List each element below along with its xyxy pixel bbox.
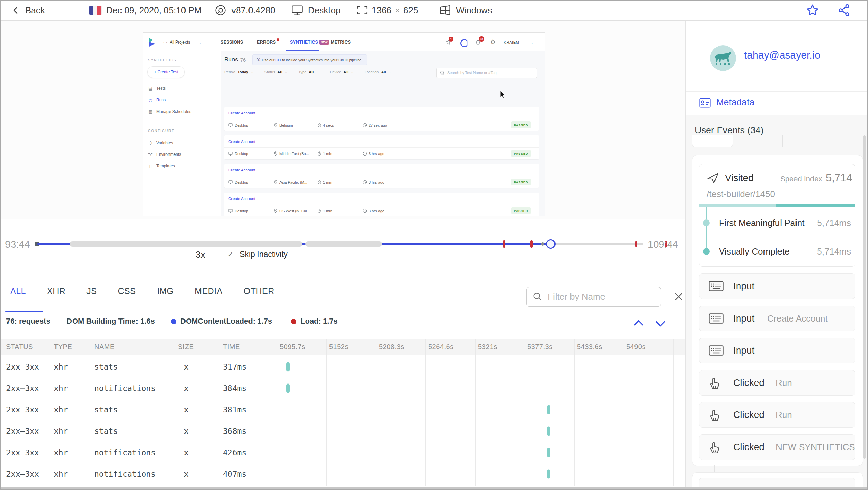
event-marker[interactable] — [503, 240, 505, 248]
event-detail: Run — [776, 410, 792, 420]
run-status-badge: PASSED — [511, 150, 531, 157]
network-tab[interactable]: JS — [86, 286, 97, 296]
location-pin-icon — [274, 151, 278, 156]
user-event-item[interactable]: Input Create Account — [699, 306, 855, 331]
run-location: Asia Pacific (M... — [274, 176, 307, 188]
navigation-icon — [707, 172, 719, 184]
request-time: 407ms — [223, 470, 246, 478]
network-tab[interactable]: MEDIA — [195, 286, 223, 296]
share-button[interactable] — [837, 0, 851, 20]
jump-up-button[interactable] — [632, 318, 645, 328]
run-status-badge: PASSED — [511, 207, 531, 214]
user-event-item[interactable]: Clicked Run — [699, 402, 855, 428]
request-size: x — [184, 470, 189, 478]
stopwatch-icon — [317, 151, 321, 156]
request-row[interactable]: 2xx–3xx xhr stats x 368ms — [0, 420, 685, 442]
replay-app-header: ▭ All Projects ⌄ SESSIONS ERRORS SYNTHET… — [143, 33, 545, 52]
request-row[interactable]: 2xx–3xx xhr notifications x 426ms — [0, 442, 685, 463]
chevron-down-icon: ⌄ — [251, 70, 253, 74]
skip-inactivity-toggle[interactable]: ✓ Skip Inactivity — [227, 249, 288, 259]
filter-label: Location — [365, 70, 379, 74]
timeline-handle[interactable] — [546, 239, 556, 249]
run-title-link: Create Account — [228, 164, 255, 176]
timeline-start-time: 93:44 — [5, 239, 30, 250]
run-duration: 4 secs — [317, 119, 334, 131]
event-label: Input — [733, 345, 754, 356]
event-marker[interactable] — [530, 240, 533, 248]
event-marker[interactable] — [635, 241, 637, 247]
request-time: 317ms — [223, 362, 246, 371]
request-status: 2xx–3xx — [6, 427, 39, 436]
back-button[interactable]: Back — [12, 0, 45, 20]
replayed-app-screen: ▭ All Projects ⌄ SESSIONS ERRORS SYNTHET… — [143, 32, 545, 216]
clock-icon — [363, 180, 367, 184]
user-avatar — [710, 45, 736, 71]
request-row[interactable]: 2xx–3xx xhr notifications x 384ms — [0, 377, 685, 399]
network-tab[interactable]: XHR — [47, 286, 65, 296]
request-type: xhr — [54, 362, 68, 371]
run-location: Middle East (Ba... — [274, 148, 309, 160]
request-status: 2xx–3xx — [6, 448, 39, 457]
visited-label: Visited — [725, 173, 754, 183]
request-status: 2xx–3xx — [6, 470, 39, 478]
nav-item-label: Tests — [156, 86, 166, 91]
user-event-item[interactable]: Clicked NEW SYNTHETICS — [699, 434, 855, 460]
runs-count: 76 — [240, 57, 246, 63]
filter-value: Today — [238, 70, 248, 74]
run-location: Belgium — [274, 119, 293, 131]
create-test-button: + Create Test — [147, 66, 185, 78]
user-event-item[interactable]: Input — [699, 273, 855, 299]
nav-item-icon: ▤ — [148, 86, 153, 91]
col-name: NAME — [94, 339, 115, 355]
nav-item-label: Variables — [156, 141, 173, 145]
animal-avatar-icon — [714, 51, 732, 66]
jump-down-button[interactable] — [654, 318, 666, 328]
skip-inactivity-label: Skip Inactivity — [240, 250, 288, 259]
network-tab[interactable]: CSS — [118, 286, 136, 296]
user-event-item[interactable]: Clicked Run — [699, 370, 855, 396]
metadata-button[interactable]: Metadata — [699, 97, 755, 108]
speed-index-value: 5,714 — [826, 172, 852, 184]
network-tab[interactable]: ALL — [10, 286, 26, 296]
playback-speed-button[interactable]: 3x — [196, 249, 205, 260]
browser-version: v87.0.4280 — [231, 5, 275, 16]
resolution-x: × — [395, 5, 400, 16]
favorite-button[interactable] — [806, 0, 819, 20]
request-row[interactable]: 2xx–3xx xhr notifications x 407ms — [0, 463, 685, 485]
run-title-link: Create Account — [228, 135, 255, 147]
replay-stage: ▭ All Projects ⌄ SESSIONS ERRORS SYNTHET… — [0, 20, 685, 219]
request-status: 2xx–3xx — [6, 405, 39, 414]
run-device: Desktop — [228, 176, 248, 188]
monitor-icon — [228, 123, 233, 127]
chevron-left-icon — [12, 6, 20, 15]
event-detail: Create Account — [767, 313, 828, 324]
network-tab[interactable]: OTHER — [244, 286, 274, 296]
network-tabs: ALL XHR JS CSS IMG MEDIA OTHER — [10, 286, 274, 296]
request-row[interactable]: 2xx–3xx xhr stats x 381ms — [0, 399, 685, 420]
event-label: Clicked — [733, 377, 765, 388]
timeline-scrubber[interactable] — [37, 243, 643, 245]
request-time: 381ms — [223, 405, 246, 414]
replay-cursor-icon — [500, 91, 506, 99]
sidebar-nav-synthetics: ▤ Tests ◷ Runs ▦ Manage Schedules — [148, 83, 220, 117]
os-info: Windows — [439, 0, 492, 20]
close-panel-button[interactable] — [673, 291, 684, 302]
requests-table-body: 2xx–3xx xhr stats x 317ms 2xx–3xx xhr no… — [0, 356, 685, 485]
request-row[interactable]: 2xx–3xx xhr stats x 317ms — [0, 356, 685, 377]
session-top-bar: Back Dec 09, 2020, 05:10 PM v87.0.4280 D… — [0, 0, 868, 21]
network-tab[interactable]: IMG — [157, 286, 174, 296]
announcement-count-badge: 1 — [449, 37, 453, 42]
user-email-link[interactable]: tahay@asayer.io — [744, 49, 820, 61]
request-type: xhr — [54, 384, 68, 393]
sidebar-scrollbar[interactable] — [863, 135, 866, 459]
next-event-item — [699, 478, 855, 488]
request-time: 426ms — [223, 448, 246, 457]
pointer-hand-icon — [709, 408, 720, 421]
filter-by-name-input[interactable] — [547, 291, 650, 303]
requests-count: 76: requests — [6, 317, 50, 326]
back-label: Back — [25, 5, 45, 16]
visited-metrics: First Meaningful Paint 5,714ms Visually … — [699, 209, 855, 266]
resolution-height: 625 — [403, 5, 418, 16]
user-event-item[interactable]: Input — [699, 338, 855, 363]
visited-event-card[interactable]: Visited Speed Index 5,714 /test-builder/… — [699, 164, 855, 267]
